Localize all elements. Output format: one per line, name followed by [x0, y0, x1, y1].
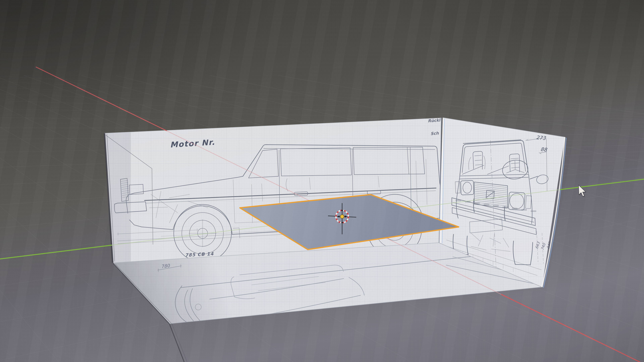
width-dimension-label: 780	[161, 263, 170, 269]
3d-cursor-center-dot	[340, 215, 344, 218]
front-dim-273-label: 273	[536, 134, 546, 141]
front-dim-88-label: 88	[540, 146, 548, 153]
viewport-window: 780	[0, 0, 644, 362]
blender-3d-viewport: 780	[0, 0, 644, 362]
side-note-label: Sch	[430, 131, 439, 136]
